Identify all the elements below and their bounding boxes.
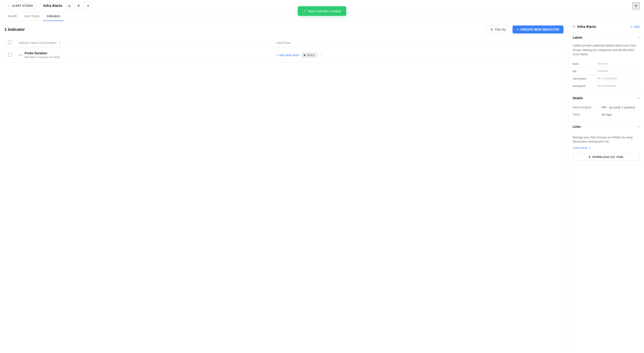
tab-alert-rules[interactable]: Alert Rules [20, 12, 43, 21]
header-icons: ⊞ P ⬇ [66, 2, 92, 9]
main-layout: 1 Indicator ☰ Filter By + CREATE NEW IND… [0, 21, 644, 351]
download-icon: ⬇ [588, 155, 591, 159]
links-section-title: Links [573, 125, 581, 128]
label-key-workspace: workspace [573, 84, 597, 88]
sidebar-panel: ↻ Infra Alerts ✏ Edit Labels ∧ Labels pr… [568, 21, 644, 351]
detail-value-tags: No tags [602, 113, 612, 116]
alert-studio-button[interactable]: ← ALERT STUDIO [4, 2, 36, 9]
links-chevron-icon: ∨ [638, 125, 640, 128]
labels-chevron-icon: ∧ [638, 36, 640, 39]
indicators-table: Indicator Name & Description ⇅ Alert Rul… [4, 38, 564, 62]
toolbar-right: ☰ Filter By + CREATE NEW INDICATOR [486, 25, 564, 33]
label-row-namespace: namespace No namespace [573, 75, 640, 82]
toast-message: New Indicator created [308, 9, 341, 13]
labels-section-body: Labels provide additional details about … [568, 42, 644, 93]
back-arrow-icon: ← [8, 4, 11, 7]
tab-indicators[interactable]: Indicators [43, 12, 64, 21]
edit-icon: ✏ [630, 25, 633, 28]
links-description: Manage your Alert Groups via GitOps by u… [573, 135, 640, 144]
labels-section-header[interactable]: Labels ∧ [568, 33, 644, 42]
toast-notification: ✓ New Indicator created [298, 6, 346, 16]
settings-icon: ⚙ [634, 3, 638, 8]
label-value-workspace: No workspace [597, 84, 616, 87]
links-section-body: Manage your Alert Groups via GitOps by u… [568, 132, 644, 165]
label-row-team: team No team [573, 60, 640, 67]
label-key-namespace: namespace [573, 77, 597, 80]
download-header-icon: ⬇ [87, 4, 90, 7]
labels-description: Labels provide additional details about … [573, 43, 640, 56]
detail-value-datasource: RPI - ap-south-1 (system) [602, 106, 635, 109]
label-value-tier: Untiered [597, 69, 608, 73]
download-header-icon-button[interactable]: ⬇ [84, 2, 92, 9]
label-value-namespace: No namespace [597, 77, 617, 80]
learn-more-link[interactable]: Learn More ↗ [573, 146, 640, 149]
tab-health[interactable]: Health [4, 12, 20, 21]
labels-section-title: Labels [573, 36, 582, 39]
more-options-icon: ⋮ [320, 53, 324, 57]
th-checkbox [4, 38, 15, 48]
grid-icon: ⊞ [68, 4, 71, 7]
details-section-header[interactable]: Details ∧ [568, 93, 644, 103]
table-header-row: Indicator Name & Description ⇅ Alert Rul… [4, 38, 564, 48]
th-name: Indicator Name & Description ⇅ [15, 38, 273, 48]
row-checkbox-cell [4, 48, 15, 62]
th-rules: Alert Rules [273, 38, 564, 48]
row-name-cell: <> Probe Duration Blackbox Exporter Dura… [15, 48, 273, 62]
more-options-button[interactable]: ⋮ [319, 52, 325, 58]
add-rule-button[interactable]: + Add New Rule [276, 53, 299, 57]
label-row-workspace: workspace No workspace [573, 82, 640, 89]
sort-icon: ⇅ [59, 41, 61, 44]
create-plus-icon: + [517, 28, 519, 31]
toolbar: 1 Indicator ☰ Filter By + CREATE NEW IND… [4, 25, 564, 33]
indicator-code-icon: <> [19, 53, 22, 57]
filter-button[interactable]: ☰ Filter By [486, 26, 510, 33]
p-icon-button[interactable]: P [75, 2, 82, 9]
links-section: Links ∨ Manage your Alert Groups via Git… [568, 122, 644, 165]
edit-button[interactable]: ✏ Edit [630, 25, 640, 28]
panel-header: ↻ Infra Alerts ✏ Edit [568, 21, 644, 33]
label-value-team: No team [597, 62, 608, 65]
create-label: CREATE NEW INDICATOR [520, 28, 559, 31]
indicator-count: 1 Indicator [4, 27, 25, 32]
rule-badge-button[interactable]: ▣ RULE [301, 52, 317, 58]
labels-section: Labels ∧ Labels provide additional detai… [568, 33, 644, 93]
details-section-title: Details [573, 96, 583, 100]
edit-label: Edit [634, 25, 640, 28]
cycle-icon: ↻ [573, 24, 576, 29]
label-key-team: team [573, 62, 597, 65]
label-key-tier: tier [573, 69, 597, 73]
details-chevron-icon: ∧ [638, 96, 640, 100]
p-icon: P [78, 4, 80, 7]
indicator-name: Probe Duration [24, 51, 60, 55]
create-indicator-button[interactable]: + CREATE NEW INDICATOR [512, 25, 564, 33]
detail-key-datasource: DATA SOURCE [573, 106, 602, 109]
row-actions: + Add New Rule ▣ RULE ⋮ [276, 52, 560, 58]
th-rules-label: Alert Rules [276, 41, 291, 44]
detail-row-datasource: DATA SOURCE RPI - ap-south-1 (system) [573, 104, 640, 111]
label-row-tier: tier Untiered [573, 67, 640, 75]
toast-check-icon: ✓ [303, 9, 306, 13]
filter-icon: ☰ [490, 28, 493, 31]
add-rule-label: + Add New Rule [276, 53, 299, 57]
rule-badge-label: RULE [307, 53, 315, 57]
content-area: 1 Indicator ☰ Filter By + CREATE NEW IND… [0, 21, 568, 351]
detail-key-tags: TAGS [573, 113, 602, 116]
page-title: Infra Alerts [40, 4, 62, 8]
detail-row-tags: TAGS No tags [573, 111, 640, 118]
rule-badge-icon: ▣ [304, 54, 306, 56]
settings-button[interactable]: ⚙ [632, 2, 640, 9]
indicator-description: Blackbox Exporter Duration [24, 55, 60, 59]
download-label: DOWNLOAD IAC YAML [592, 155, 624, 159]
select-all-checkbox[interactable] [8, 41, 12, 44]
th-name-label: Indicator Name & Description [19, 41, 56, 44]
row-checkbox[interactable] [8, 53, 12, 56]
details-section-body: DATA SOURCE RPI - ap-south-1 (system) TA… [568, 103, 644, 122]
row-rules-cell: + Add New Rule ▣ RULE ⋮ [273, 48, 564, 62]
table-row: <> Probe Duration Blackbox Exporter Dura… [4, 48, 564, 62]
links-section-header[interactable]: Links ∨ [568, 122, 644, 132]
panel-title-group: ↻ Infra Alerts [573, 24, 596, 29]
alert-studio-label: ALERT STUDIO [12, 4, 33, 7]
grid-icon-button[interactable]: ⊞ [66, 2, 73, 9]
panel-title: Infra Alerts [577, 25, 596, 29]
download-iac-button[interactable]: ⬇ DOWNLOAD IAC YAML [573, 153, 640, 161]
